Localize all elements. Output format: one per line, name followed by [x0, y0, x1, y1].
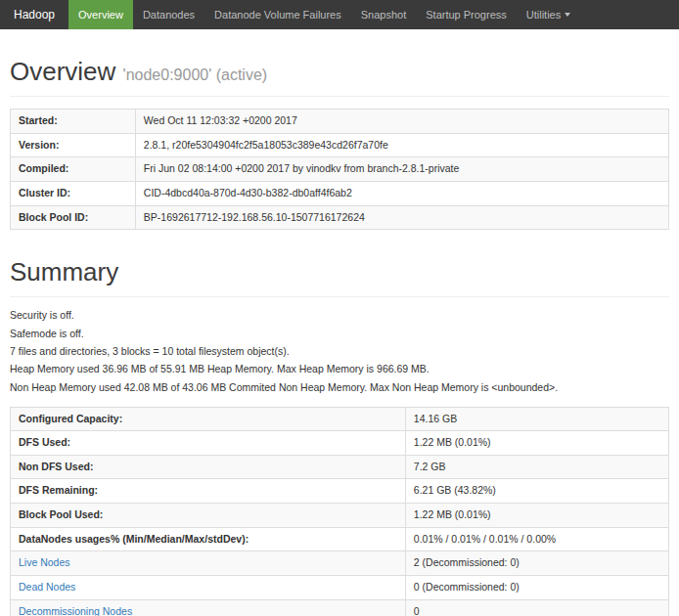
table-row: Block Pool ID: BP-1692617712-192.168.56.…	[11, 205, 669, 230]
dead-nodes-link[interactable]: Dead Nodes	[19, 581, 75, 593]
row-label: Block Pool Used:	[11, 504, 406, 528]
heap-memory-status: Heap Memory used 36.96 MB of 55.91 MB He…	[10, 363, 669, 376]
overview-heading: Overview 'node0:9000' (active)	[10, 57, 669, 97]
cluster-stats-table: Configured Capacity: 14.16 GB DFS Used: …	[10, 407, 669, 616]
nav-item-utilities-dropdown[interactable]: Utilities	[517, 0, 580, 29]
nav-item-label: Utilities	[526, 9, 561, 21]
nav-item-datanodes[interactable]: Datanodes	[133, 0, 204, 29]
row-label: Cluster ID:	[11, 181, 136, 205]
hadoop-brand[interactable]: Hadoop	[0, 0, 68, 29]
table-row: DataNodes usages% (Min/Median/Max/stdDev…	[11, 527, 669, 551]
row-value: 1.22 MB (0.01%)	[405, 504, 668, 528]
top-navbar: Hadoop Overview Datanodes Datanode Volum…	[0, 0, 679, 29]
filesystem-objects-status: 7 files and directories, 3 blocks = 10 t…	[10, 345, 669, 359]
row-value: 0 (Decommissioned: 0)	[405, 575, 668, 599]
row-value: CID-4dbcd40a-870d-4d30-b382-db0aff4f6ab2	[135, 181, 668, 205]
row-value: BP-1692617712-192.168.56.10-150771617262…	[135, 205, 668, 230]
nav-item-datanode-volume-failures[interactable]: Datanode Volume Failures	[204, 0, 351, 29]
row-label: DFS Used:	[11, 431, 406, 456]
decommissioning-nodes-link[interactable]: Decommissioning Nodes	[19, 605, 132, 616]
row-label: Live Nodes	[11, 551, 406, 576]
chevron-down-icon	[565, 13, 570, 17]
table-row: DFS Remaining: 6.21 GB (43.82%)	[11, 479, 669, 504]
safemode-status: Safemode is off.	[10, 328, 669, 341]
row-label: DFS Remaining:	[11, 479, 406, 504]
nav-item-startup-progress[interactable]: Startup Progress	[416, 0, 517, 29]
row-label: Decommissioning Nodes	[11, 599, 406, 616]
table-row: Live Nodes 2 (Decommissioned: 0)	[11, 551, 669, 576]
summary-heading: Summary	[10, 257, 669, 297]
table-row: Cluster ID: CID-4dbcd40a-870d-4d30-b382-…	[11, 181, 669, 205]
namenode-address-subtitle: 'node0:9000' (active)	[123, 66, 268, 83]
page-title: Overview	[10, 57, 115, 86]
summary-status-text: Security is off. Safemode is off. 7 file…	[10, 309, 669, 394]
page-content: Overview 'node0:9000' (active) Started: …	[0, 57, 679, 616]
row-value: 6.21 GB (43.82%)	[405, 479, 668, 504]
row-label: Compiled:	[11, 157, 136, 182]
row-label: Version:	[11, 133, 136, 157]
row-value: 7.2 GB	[405, 455, 668, 479]
table-row: Block Pool Used: 1.22 MB (0.01%)	[11, 504, 669, 528]
row-value: 0	[405, 599, 668, 616]
table-row: Dead Nodes 0 (Decommissioned: 0)	[11, 575, 669, 599]
nav-item-snapshot[interactable]: Snapshot	[351, 0, 416, 29]
table-row: Started: Wed Oct 11 12:03:32 +0200 2017	[11, 110, 669, 134]
table-row: Non DFS Used: 7.2 GB	[11, 455, 669, 479]
security-status: Security is off.	[10, 309, 669, 323]
nav-item-overview[interactable]: Overview	[68, 0, 133, 29]
row-label: Started:	[11, 110, 136, 134]
row-value: 2.8.1, r20fe5304904fc2f5a18053c389e43cd2…	[135, 133, 668, 157]
row-value: 0.01% / 0.01% / 0.01% / 0.00%	[405, 527, 668, 551]
section-title: Summary	[10, 257, 118, 286]
live-nodes-link[interactable]: Live Nodes	[19, 556, 70, 568]
row-value: 1.22 MB (0.01%)	[405, 431, 668, 456]
row-label: Dead Nodes	[11, 575, 406, 599]
table-row: DFS Used: 1.22 MB (0.01%)	[11, 431, 669, 456]
row-label: Block Pool ID:	[11, 205, 136, 230]
row-value: 2 (Decommissioned: 0)	[405, 551, 668, 576]
row-value: 14.16 GB	[405, 407, 668, 431]
row-value: Wed Oct 11 12:03:32 +0200 2017	[135, 110, 668, 134]
row-label: Non DFS Used:	[11, 455, 406, 479]
row-label: Configured Capacity:	[11, 407, 406, 431]
cluster-info-table: Started: Wed Oct 11 12:03:32 +0200 2017 …	[10, 109, 669, 230]
table-row: Version: 2.8.1, r20fe5304904fc2f5a18053c…	[11, 133, 669, 157]
non-heap-memory-status: Non Heap Memory used 42.08 MB of 43.06 M…	[10, 381, 669, 395]
table-row: Decommissioning Nodes 0	[11, 599, 669, 616]
table-row: Compiled: Fri Jun 02 08:14:00 +0200 2017…	[11, 157, 669, 182]
row-value: Fri Jun 02 08:14:00 +0200 2017 by vinodk…	[135, 157, 668, 182]
row-label: DataNodes usages% (Min/Median/Max/stdDev…	[11, 527, 406, 551]
table-row: Configured Capacity: 14.16 GB	[11, 407, 669, 431]
